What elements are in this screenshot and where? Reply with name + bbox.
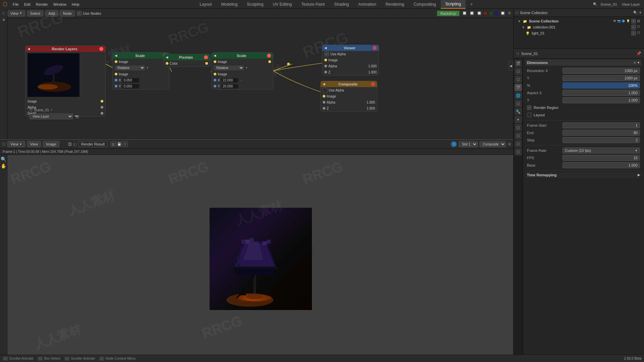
- render-view2-btn[interactable]: View: [27, 141, 41, 147]
- render-close-btn[interactable]: ✕: [122, 141, 128, 147]
- props-icon-modifier[interactable]: 🔧: [515, 108, 522, 115]
- node-composite-close[interactable]: [371, 82, 375, 86]
- node-toolbar-select[interactable]: ⬡: [1, 10, 7, 16]
- view-layer-dropdown[interactable]: View Layer: [30, 114, 73, 119]
- light01-icon: 💡: [526, 32, 530, 35]
- scale1-y-field[interactable]: [122, 84, 139, 88]
- props-icon-constraints[interactable]: ⬡: [515, 132, 522, 139]
- tab-scripting[interactable]: Scripting: [441, 0, 466, 9]
- frame-rate-dropdown[interactable]: Custom (15 fps) ▼: [562, 147, 640, 154]
- aspect-x-field[interactable]: 1.000: [562, 90, 640, 96]
- props-icon-render[interactable]: 🎬: [515, 60, 522, 67]
- tab-animation[interactable]: Animation: [354, 0, 381, 9]
- dimensions-header[interactable]: Dimensions ≡ ▼: [526, 60, 641, 66]
- frame-end-field[interactable]: 80: [562, 130, 640, 136]
- scale2-mode-dropdown[interactable]: Relative: [214, 65, 244, 70]
- render-display-mode[interactable]: 🌐: [451, 141, 457, 147]
- outliner-checkbox[interactable]: ✓: [631, 19, 636, 23]
- render-hand-btn[interactable]: ✋: [1, 163, 7, 169]
- resolution-y-field[interactable]: 1080 px: [562, 75, 640, 81]
- viewer-use-alpha[interactable]: ✓ Use Alpha: [322, 51, 379, 57]
- outliner-filter[interactable]: ▼: [639, 11, 642, 14]
- render-compositor-selector[interactable]: Composite: [480, 141, 506, 147]
- props-icon-view[interactable]: ⬡: [515, 76, 522, 83]
- tab-rendering[interactable]: Rendering: [381, 0, 409, 9]
- select-btn[interactable]: Select: [27, 10, 44, 16]
- scale2-x-field[interactable]: [221, 78, 238, 82]
- outliner-search[interactable]: 🔍: [633, 11, 637, 14]
- use-nodes-checkbox[interactable]: ✓ Use Nodes: [77, 11, 101, 16]
- view-btn[interactable]: View ▼: [7, 10, 25, 16]
- collapse-panel-btn[interactable]: ◀: [508, 61, 513, 71]
- tab-layout[interactable]: Layout: [195, 0, 216, 9]
- tab-compositing[interactable]: Compositing: [409, 0, 441, 9]
- time-remapping-header[interactable]: Time Remapping ▶: [526, 172, 641, 178]
- dims-list-icon: ≡: [634, 61, 636, 64]
- render-settings-btn[interactable]: ⚙: [508, 142, 511, 146]
- tab-add[interactable]: +: [466, 0, 477, 9]
- render-save-btn[interactable]: 💾: [116, 141, 122, 147]
- fps-field[interactable]: 15: [562, 155, 640, 161]
- node-scale-2-close[interactable]: [267, 54, 271, 58]
- render-copy-btn[interactable]: ◱: [110, 141, 116, 147]
- outliner-title: Scene Collection: [520, 11, 548, 15]
- node-pixelate-close[interactable]: [204, 55, 208, 59]
- props-scene-name: Scene_01: [521, 52, 538, 56]
- pixelate-input-dot: [166, 62, 168, 65]
- scale2-y-field[interactable]: [221, 84, 238, 88]
- outliner-collection001-hide[interactable]: ⬡: [637, 25, 640, 29]
- menu-render[interactable]: Render: [33, 0, 51, 9]
- node-render-layers-close[interactable]: [99, 47, 103, 51]
- tab-uv-editing[interactable]: UV Editing: [268, 0, 297, 9]
- crop-region-checkbox[interactable]: ✓: [527, 113, 532, 117]
- props-icon-material[interactable]: ⬡: [515, 148, 522, 156]
- scale1-x-field[interactable]: [122, 78, 139, 82]
- menu-file[interactable]: File: [10, 0, 21, 9]
- light01-hide[interactable]: ⬡: [637, 31, 640, 36]
- outliner-collection001-checkbox[interactable]: ✓: [631, 25, 636, 29]
- backdrop-btn[interactable]: Backdrop: [437, 11, 459, 16]
- aspect-y-field[interactable]: 1.000: [562, 97, 640, 103]
- scale1-mode-dropdown[interactable]: Relative: [115, 65, 145, 70]
- tab-texture-paint[interactable]: Texture Paint: [297, 0, 329, 9]
- menu-edit[interactable]: Edit: [21, 0, 33, 9]
- base-field[interactable]: 1.000: [562, 162, 640, 168]
- props-icon-output[interactable]: ⬡: [515, 68, 522, 75]
- props-icon-physics[interactable]: ⬡: [515, 124, 522, 131]
- tab-sculpting[interactable]: Sculpting: [242, 0, 268, 9]
- outliner-hide-btn[interactable]: ⬡: [637, 19, 640, 23]
- props-icon-object[interactable]: ⬡: [515, 100, 522, 107]
- node-viewer-close[interactable]: [373, 46, 377, 50]
- prop-crop-render-region[interactable]: ✓ Layout: [526, 111, 641, 119]
- node-toolbar-pan[interactable]: ✥: [1, 17, 7, 23]
- menu-help[interactable]: Help: [69, 0, 82, 9]
- light01-checkbox[interactable]: ✓: [631, 31, 636, 36]
- props-pin-btn[interactable]: 📌: [637, 51, 641, 56]
- menu-window[interactable]: Window: [51, 0, 69, 9]
- render-slot-selector[interactable]: Slot 1: [459, 141, 478, 147]
- composite-use-alpha[interactable]: ✓ Use Alpha: [321, 87, 377, 93]
- node-pixelate: ◀ Pixelate Color: [163, 54, 210, 67]
- render-image-btn[interactable]: Image: [43, 141, 59, 147]
- frame-start-field[interactable]: 1: [562, 122, 640, 128]
- render-image: [209, 207, 312, 310]
- view-layer-camera-btn[interactable]: 📷: [75, 115, 79, 118]
- props-icon-particles[interactable]: ✦: [515, 116, 522, 123]
- tab-modeling[interactable]: Modeling: [216, 0, 242, 9]
- scene-selector-header[interactable]: Scene_01: [599, 2, 619, 7]
- prop-render-region[interactable]: ✓ Render Region: [526, 104, 641, 111]
- render-region-checkbox[interactable]: ✓: [527, 105, 532, 110]
- props-icon-data[interactable]: ⬡: [515, 140, 522, 147]
- tab-shading[interactable]: Shading: [329, 0, 354, 9]
- view-layer-selector[interactable]: View Layer: [621, 2, 641, 7]
- props-icon-scene[interactable]: 🎬: [515, 84, 522, 91]
- resolution-x-field[interactable]: 1080 px: [562, 68, 640, 74]
- props-icon-world[interactable]: 🌐: [515, 92, 522, 99]
- node-btn[interactable]: Node: [60, 10, 75, 16]
- render-view-btn[interactable]: View ▼: [7, 141, 25, 147]
- render-zoom-in-btn[interactable]: 🔍: [1, 156, 7, 162]
- svg-rect-28: [237, 256, 240, 260]
- frame-step-field[interactable]: 2: [562, 137, 640, 143]
- percent-field[interactable]: 100%: [562, 82, 640, 88]
- add-btn[interactable]: Add: [45, 10, 58, 16]
